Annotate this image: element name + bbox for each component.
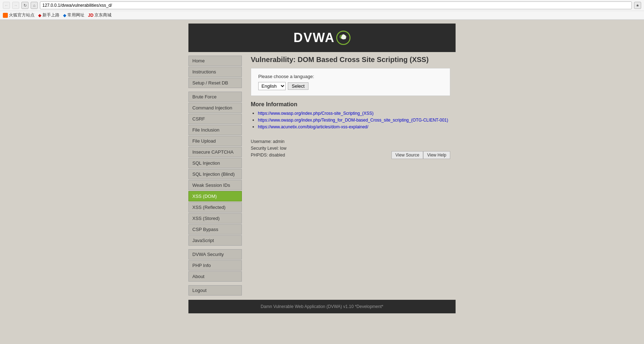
security-value: low [280,146,286,151]
sidebar: Home Instructions Setup / Reset DB Brute… [188,52,245,300]
language-dropdown[interactable]: English French Spanish [258,82,286,90]
sidebar-item-dvwa-security[interactable]: DVWA Security [188,249,242,260]
sidebar-item-csp-bypass[interactable]: CSP Bypass [188,224,242,235]
bookmarks-bar: 火狐官方站点 ◆ 新手上路 ◆ 常用网址 JD 京东商城 [0,11,644,20]
app-body: Home Instructions Setup / Reset DB Brute… [188,52,456,300]
sidebar-item-file-upload[interactable]: File Upload [188,136,242,146]
language-controls: English French Spanish Select [258,82,443,90]
bookmark-newuser[interactable]: ◆ 新手上路 [38,12,59,18]
bookmark-foxsite[interactable]: 火狐官方站点 [3,12,35,18]
browser-chrome: ← → ↻ ⌂ ★ 火狐官方站点 ◆ 新手上路 ◆ 常用网址 JD 京东商城 [0,0,644,20]
sidebar-item-csrf[interactable]: CSRF [188,114,242,124]
info-link-item-3: https://www.acunetix.com/blog/articles/d… [258,124,450,129]
logo-swirl-icon [336,31,350,45]
select-button[interactable]: Select [288,82,308,90]
sidebar-item-setup[interactable]: Setup / Reset DB [188,78,242,88]
security-line: Security Level: low [251,145,286,152]
app-container: DVWA Home Instructions Setup / Reset DB … [188,24,456,313]
sidebar-item-about[interactable]: About [188,271,242,282]
sidebar-item-sql-injection-blind[interactable]: SQL Injection (Blind) [188,169,242,179]
bookmark-common-icon: ◆ [63,13,66,18]
info-link-1[interactable]: https://www.owasp.org/index.php/Cross-si… [258,111,374,116]
page-title: Vulnerability: DOM Based Cross Site Scri… [251,56,450,64]
sidebar-item-brute-force[interactable]: Brute Force [188,92,242,102]
app-header: DVWA [188,24,456,52]
bookmark-jd-icon: JD [88,13,93,18]
sidebar-item-logout[interactable]: Logout [188,285,242,296]
dvwa-logo: DVWA [294,30,350,45]
sidebar-item-weak-session-ids[interactable]: Weak Session IDs [188,180,242,190]
phpids-label: PHPIDS: [251,153,268,158]
sidebar-item-insecure-captcha[interactable]: Insecure CAPTCHA [188,147,242,157]
sidebar-divider-1 [188,89,245,92]
app-footer-text: Damn Vulnerable Web Application (DVWA) v… [261,304,383,309]
sidebar-item-file-inclusion[interactable]: File Inclusion [188,125,242,135]
security-label: Security Level: [251,146,279,151]
bookmark-newuser-icon: ◆ [38,13,41,18]
logo-text: DVWA [294,30,335,45]
username-label: Username: [251,139,272,144]
home-button[interactable]: ⌂ [31,2,38,9]
info-link-2[interactable]: https://www.owasp.org/index.php/Testing_… [258,118,448,123]
language-selector-box: Please choose a language: English French… [251,68,450,96]
info-links: https://www.owasp.org/index.php/Cross-si… [251,111,450,129]
sidebar-item-home[interactable]: Home [188,56,242,66]
info-link-item-2: https://www.owasp.org/index.php/Testing_… [258,117,450,123]
username-line: Username: admin [251,138,286,145]
reload-button[interactable]: ↻ [21,2,28,9]
sidebar-item-xss-stored[interactable]: XSS (Stored) [188,213,242,224]
sidebar-divider-2 [188,246,245,249]
sidebar-item-sql-injection[interactable]: SQL Injection [188,158,242,168]
back-button[interactable]: ← [3,2,10,9]
sidebar-item-xss-reflected[interactable]: XSS (Reflected) [188,202,242,212]
app-footer: Damn Vulnerable Web Application (DVWA) v… [188,300,456,313]
language-label: Please choose a language: [258,74,443,79]
bookmark-common[interactable]: ◆ 常用网址 [63,12,84,18]
bookmark-button[interactable]: ★ [634,2,641,9]
info-link-item-1: https://www.owasp.org/index.php/Cross-si… [258,111,450,116]
user-info: Username: admin Security Level: low PHPI… [251,138,286,159]
phpids-line: PHPIDS: disabled [251,152,286,159]
footer-buttons: View Source View Help [391,151,450,159]
content-area: Vulnerability: DOM Based Cross Site Scri… [245,52,456,300]
view-source-button[interactable]: View Source [391,151,423,159]
username-value: admin [273,139,285,144]
bookmark-jd[interactable]: JD 京东商城 [88,12,111,18]
sidebar-item-instructions[interactable]: Instructions [188,67,242,77]
info-link-3[interactable]: https://www.acunetix.com/blog/articles/d… [258,124,368,129]
phpids-value: disabled [269,153,285,158]
browser-toolbar: ← → ↻ ⌂ ★ [0,0,644,11]
sidebar-item-xss-dom[interactable]: XSS (DOM) [188,191,242,201]
sidebar-item-javascript[interactable]: JavaScript [188,235,242,246]
forward-button[interactable]: → [12,2,19,9]
page-wrapper: DVWA Home Instructions Setup / Reset DB … [0,20,644,343]
footer-info: Username: admin Security Level: low PHPI… [251,137,450,161]
view-help-button[interactable]: View Help [423,151,450,159]
sidebar-divider-3 [188,282,245,285]
more-info-title: More Information [251,101,450,108]
bookmark-foxsite-icon [3,13,8,18]
sidebar-item-command-injection[interactable]: Command Injection [188,103,242,113]
address-bar[interactable] [40,1,632,9]
sidebar-item-php-info[interactable]: PHP Info [188,260,242,271]
